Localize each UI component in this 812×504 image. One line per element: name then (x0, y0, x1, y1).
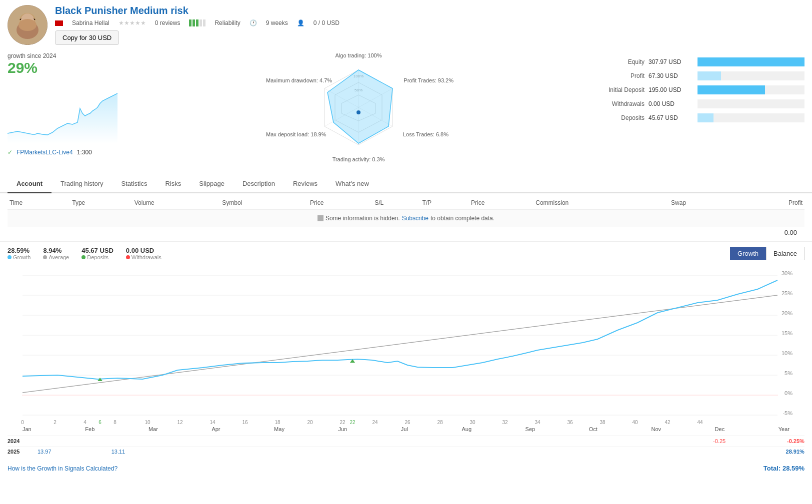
reviews-count: 0 reviews (155, 19, 180, 26)
radar-chart: 100% 50% (318, 67, 398, 147)
equity-bar-bg (698, 57, 804, 66)
hidden-box-icon (318, 215, 324, 221)
max-deposit-label: Max deposit load: 18.9% (266, 131, 326, 137)
col-symbol: Symbol (220, 196, 308, 210)
svg-text:8: 8 (114, 420, 116, 425)
stat-row-deposits: Deposits 45.67 USD (594, 113, 804, 122)
stat-row-profit: Profit 67.30 USD (594, 71, 804, 80)
title-section: Black Punisher Medium risk Sabrina Hella… (55, 5, 804, 45)
col-price2: Price (469, 196, 534, 210)
initial-deposit-bar-bg (698, 85, 804, 94)
stat-row-equity: Equity 307.97 USD (594, 57, 804, 66)
svg-text:14: 14 (210, 420, 216, 425)
col-price1: Price (308, 196, 372, 210)
year-2025-label: 2025 (8, 449, 32, 455)
footer-row: How is the Growth in Signals Calculated?… (0, 462, 812, 475)
svg-text:2: 2 (54, 420, 56, 425)
flag-icon (55, 20, 63, 26)
signal-title: Black Punisher Medium risk (55, 5, 804, 16)
svg-marker-17 (328, 70, 392, 143)
svg-text:28: 28 (437, 420, 443, 425)
col-volume: Volume (132, 196, 220, 210)
svg-text:16: 16 (242, 420, 248, 425)
main-chart: 30% 25% 20% 15% 10% 5% 0% -5% (8, 265, 798, 425)
equity-value: 307.97 USD (648, 58, 694, 65)
year-2025-row: 2025 13.97 13.11 28.91% (8, 447, 804, 457)
tab-description[interactable]: Description (234, 175, 284, 193)
growth-stat-value: 28.59% (8, 247, 30, 254)
tab-account[interactable]: Account (8, 175, 52, 193)
growth-stat: 28.59% Growth (8, 247, 30, 260)
algo-label: Algo trading: 100% (336, 52, 382, 58)
dec-2024-value: -0.25 (713, 438, 726, 444)
growth-help-link[interactable]: How is the Growth in Signals Calculated? (8, 465, 118, 472)
tabs-bar: Account Trading history Statistics Risks… (0, 175, 812, 193)
tab-trading-history[interactable]: Trading history (52, 175, 112, 193)
growth-button[interactable]: Growth (730, 247, 766, 260)
subscribe-link[interactable]: Subscribe (402, 215, 428, 222)
svg-text:0%: 0% (784, 390, 792, 396)
withdrawals-dot (126, 255, 130, 259)
leverage: 1:300 (77, 149, 92, 156)
month-mar: Mar (148, 426, 158, 432)
main-content: growth since 2024 29% ✓ FPMarketsLLC-Liv… (0, 50, 812, 172)
deposits-stat-value: 45.67 USD (82, 247, 114, 254)
svg-text:12: 12 (177, 420, 183, 425)
month-year: Year (778, 426, 790, 432)
tab-statistics[interactable]: Statistics (112, 175, 156, 193)
deposits-stat: 45.67 USD Deposits (82, 247, 114, 260)
radar-section: Algo trading: 100% Profit Trades: 93.2% … (128, 52, 590, 167)
svg-text:4: 4 (84, 420, 86, 425)
deposits-value: 45.67 USD (648, 114, 694, 121)
withdrawals-stat-label: Withdrawals (126, 254, 162, 260)
tab-risks[interactable]: Risks (156, 175, 190, 193)
col-swap: Swap (669, 196, 738, 210)
tab-whats-new[interactable]: What's new (326, 175, 378, 193)
svg-text:20: 20 (307, 420, 313, 425)
verified-icon: ✓ (8, 149, 12, 156)
svg-text:44: 44 (697, 420, 703, 425)
withdrawals-value: 0.00 USD (648, 100, 694, 107)
year-2024-total: -0.25% (787, 438, 804, 444)
copy-button[interactable]: Copy for 30 USD (55, 30, 119, 45)
profit-label: Profit (594, 72, 644, 79)
svg-text:5%: 5% (784, 370, 792, 376)
reliability-bars (189, 19, 206, 26)
chart-stats: 28.59% Growth 8.94% Average 45.67 USD De… (8, 247, 162, 260)
col-time: Time (8, 196, 70, 210)
author-name: Sabrina Hellal (72, 19, 110, 26)
initial-deposit-label: Initial Deposit (594, 86, 644, 93)
tab-reviews[interactable]: Reviews (284, 175, 326, 193)
withdrawals-bar-bg (698, 99, 804, 108)
average-stat-label: Average (43, 254, 69, 260)
year-2024-cells: -0.25 -0.25% (32, 438, 804, 444)
profit-zero: 0.00 (8, 227, 804, 238)
profit-trades-label: Profit Trades: 93.2% (404, 77, 454, 83)
account-link[interactable]: FPMarketsLLC-Live4 (16, 149, 73, 156)
growth-section: growth since 2024 29% ✓ FPMarketsLLC-Liv… (8, 52, 122, 156)
initial-deposit-value: 195.00 USD (648, 86, 694, 93)
deposits-bar-bg (698, 113, 804, 122)
stat-row-deposit: Initial Deposit 195.00 USD (594, 85, 804, 94)
col-tp: T/P (420, 196, 469, 210)
svg-text:6: 6 (98, 420, 102, 425)
svg-text:34: 34 (534, 420, 540, 425)
month-sep: Sep (526, 426, 536, 432)
reliability-label: Reliability (214, 19, 240, 26)
svg-text:32: 32 (502, 420, 508, 425)
weeks-count: 9 weeks (266, 19, 288, 26)
obtain-text: to obtain complete data. (430, 215, 494, 222)
col-commission: Commission (534, 196, 669, 210)
deposits-label: Deposits (594, 114, 644, 121)
year-2025-cells: 13.97 13.11 28.91% (32, 449, 804, 455)
page-header: Black Punisher Medium risk Sabrina Hella… (0, 0, 812, 50)
tab-slippage[interactable]: Slippage (190, 175, 234, 193)
svg-text:15%: 15% (782, 330, 792, 336)
avatar-image (8, 5, 48, 45)
month-labels: Jan Feb Mar Apr May Jun Jul Aug Sep Oct … (8, 425, 804, 433)
growth-stat-label: Growth (8, 254, 30, 260)
mini-chart (8, 78, 118, 143)
meta-row: Sabrina Hellal ★★★★★ 0 reviews Reliabili… (55, 19, 804, 26)
chart-container: 30% 25% 20% 15% 10% 5% 0% -5% (8, 265, 804, 433)
balance-button[interactable]: Balance (766, 247, 804, 260)
